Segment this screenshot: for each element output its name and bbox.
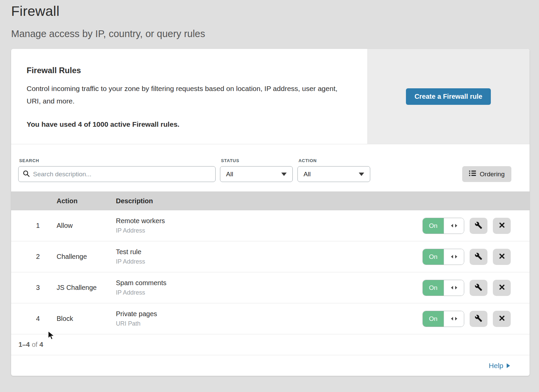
edit-rule-button[interactable] [470,311,487,327]
ordering-button-label: Ordering [480,171,505,178]
wrench-icon [475,221,482,230]
edit-rule-button[interactable] [470,218,487,234]
rule-controls: On [402,249,530,265]
rule-match-field: IP Address [116,289,402,296]
status-select[interactable]: All [220,166,293,182]
edit-rule-button[interactable] [470,280,487,296]
rule-enabled-toggle[interactable]: On [422,249,464,265]
firewall-rule-row: 4 Block Private pages URI Path On [11,303,530,334]
status-label: STATUS [221,158,293,163]
ordered-list-icon [469,170,476,178]
table-header-row: Action Description [11,191,530,210]
help-row: Help [11,355,530,376]
search-label: SEARCH [19,158,216,163]
rule-match-field: IP Address [116,258,402,265]
rule-priority: 3 [11,284,57,292]
rule-description: Private pages [116,310,402,318]
rule-description-cell: Test rule IP Address [116,248,402,265]
firewall-rules-card: Firewall Rules Control incoming traffic … [11,49,530,376]
rule-action: Block [57,315,116,323]
x-icon [499,284,505,292]
intro-text-panel: Firewall Rules Control incoming traffic … [11,49,367,144]
firewall-rule-row: 2 Challenge Test rule IP Address On [11,241,530,272]
card-heading: Firewall Rules [27,66,354,75]
action-select[interactable]: All [297,166,370,182]
page-title: Firewall [11,3,539,19]
x-icon [499,253,505,261]
rule-action: Challenge [57,253,116,261]
rule-priority: 1 [11,222,57,230]
toggle-on-label: On [423,218,444,234]
search-input[interactable] [33,171,211,178]
edit-rule-button[interactable] [470,249,487,265]
create-firewall-rule-button[interactable]: Create a Firewall rule [406,88,490,105]
firewall-rules-intro: Firewall Rules Control incoming traffic … [11,49,530,144]
rule-match-field: URI Path [116,320,402,327]
rule-controls: On [402,311,530,327]
rule-description: Remote workers [116,217,402,225]
wrench-icon [475,283,482,292]
left-right-arrows-icon [444,280,464,296]
delete-rule-button[interactable] [493,218,511,234]
toggle-on-label: On [423,311,444,327]
rule-controls: On [402,218,530,234]
rule-action: Allow [57,222,116,230]
left-right-arrows-icon [444,249,464,265]
action-filter-group: ACTION All [297,158,370,182]
rule-match-field: IP Address [116,227,402,234]
help-link[interactable]: Help [489,362,510,370]
delete-rule-button[interactable] [493,280,511,296]
firewall-rule-row: 1 Allow Remote workers IP Address On [11,210,530,241]
action-label: ACTION [298,158,370,163]
rule-description-cell: Private pages URI Path [116,310,402,327]
page-header: Firewall Manage access by IP, country, o… [0,0,539,39]
firewall-rule-row: 3 JS Challenge Spam comments IP Address … [11,272,530,303]
rule-description: Test rule [116,248,402,256]
pagination: 1–4 of 4 [11,334,530,355]
rules-table: Action Description 1 Allow Remote worker… [11,191,530,355]
search-box[interactable] [18,166,216,182]
rule-controls: On [402,280,530,296]
x-icon [499,315,505,323]
filters-bar: SEARCH STATUS All ACTION All [11,144,530,191]
rule-action: JS Challenge [57,284,116,292]
left-right-arrows-icon [444,311,464,327]
pagination-total: 4 [39,341,43,349]
usage-summary: You have used 4 of 1000 active Firewall … [27,120,354,128]
delete-rule-button[interactable] [493,311,511,327]
rule-priority: 2 [11,253,57,261]
rule-enabled-toggle[interactable]: On [422,218,464,234]
arrow-right-icon [507,363,510,368]
status-select-value: All [226,171,233,178]
ordering-button[interactable]: Ordering [462,166,511,182]
column-header-action: Action [57,197,116,205]
rule-priority: 4 [11,315,57,323]
action-select-value: All [304,171,311,178]
rule-description-cell: Remote workers IP Address [116,217,402,234]
delete-rule-button[interactable] [493,249,511,265]
left-right-arrows-icon [444,218,464,234]
help-link-label: Help [489,362,503,370]
rule-description-cell: Spam comments IP Address [116,279,402,296]
search-icon [23,170,30,178]
pagination-range: 1–4 [19,341,30,349]
search-filter-group: SEARCH [18,158,216,182]
toggle-on-label: On [423,280,444,296]
chevron-down-icon [359,173,364,176]
wrench-icon [475,314,482,323]
x-icon [499,222,505,230]
table-body: 1 Allow Remote workers IP Address On [11,210,530,334]
card-description: Control incoming traffic to your zone by… [27,83,347,108]
column-header-description: Description [116,197,402,205]
pagination-of: of [32,341,37,349]
chevron-down-icon [281,173,287,176]
status-filter-group: STATUS All [220,158,293,182]
rule-enabled-toggle[interactable]: On [422,280,464,296]
wrench-icon [475,252,482,261]
toggle-on-label: On [423,249,444,265]
page-subtitle: Manage access by IP, country, or query r… [11,28,539,39]
create-rule-panel: Create a Firewall rule [367,49,530,144]
rule-enabled-toggle[interactable]: On [422,311,464,327]
rule-description: Spam comments [116,279,402,287]
